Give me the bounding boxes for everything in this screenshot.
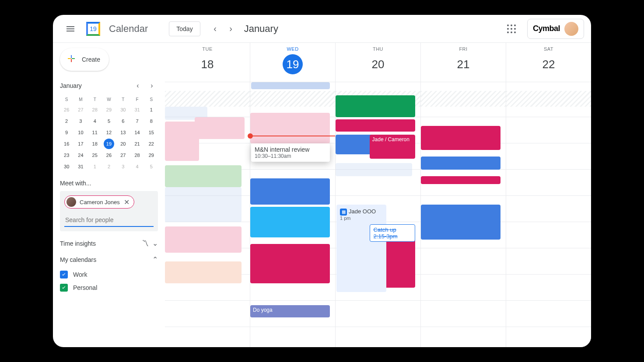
mini-day[interactable]: 31 <box>132 104 143 115</box>
mini-prev-button[interactable]: ‹ <box>132 80 144 92</box>
calendar-event[interactable] <box>195 117 245 139</box>
mini-next-button[interactable]: › <box>146 80 158 92</box>
mini-day[interactable]: 8 <box>146 116 157 126</box>
calendar-event[interactable] <box>165 187 242 222</box>
mini-day[interactable]: 20 <box>118 139 128 149</box>
mini-day[interactable]: 27 <box>118 150 128 160</box>
calendar-event[interactable] <box>421 157 500 170</box>
create-button[interactable]: Create <box>60 48 109 71</box>
mini-day[interactable]: 26 <box>61 104 72 115</box>
grid-column[interactable] <box>165 91 250 347</box>
mini-day[interactable]: 2 <box>104 161 114 172</box>
mini-day[interactable]: 7 <box>132 116 143 126</box>
calendar-event[interactable] <box>421 176 500 184</box>
calendar-event-yoga[interactable]: Do yoga <box>250 305 330 317</box>
mini-day[interactable]: 15 <box>146 127 157 138</box>
grid-column[interactable] <box>506 91 591 347</box>
mini-day[interactable]: 19 <box>104 139 114 149</box>
calendar-checkbox[interactable] <box>60 271 68 278</box>
mini-day[interactable]: 2 <box>61 116 72 126</box>
mini-day[interactable]: 22 <box>146 139 157 149</box>
grid-column[interactable]: M&N internal review10:30–11:30amDo yoga <box>250 91 335 347</box>
mini-day[interactable]: 23 <box>61 150 72 160</box>
calendar-event[interactable] <box>250 244 330 283</box>
main-menu-button[interactable] <box>60 18 81 39</box>
calendar-item[interactable]: Personal <box>60 281 158 294</box>
today-button[interactable]: Today <box>169 21 200 36</box>
day-column-header[interactable]: FRI21 <box>420 43 506 82</box>
chevron-up-icon[interactable]: ⌃ <box>152 255 158 264</box>
allday-cell[interactable] <box>506 82 591 91</box>
calendar-event[interactable] <box>336 119 415 132</box>
calendar-event-jade[interactable]: Jade / Cameron <box>370 135 416 159</box>
mini-day[interactable]: 1 <box>146 104 157 115</box>
mini-day[interactable]: 29 <box>104 104 114 115</box>
calendar-event[interactable] <box>336 163 412 176</box>
day-column-header[interactable]: WED19 <box>250 43 335 82</box>
chip-remove-button[interactable]: ✕ <box>123 198 130 205</box>
calendar-event[interactable] <box>165 122 199 161</box>
mini-day[interactable]: 28 <box>90 104 100 115</box>
person-chip[interactable]: Cameron Jones ✕ <box>64 195 134 209</box>
mini-day[interactable]: 26 <box>104 150 114 160</box>
mini-day[interactable]: 24 <box>75 150 86 160</box>
mini-day[interactable]: 11 <box>90 127 100 138</box>
day-column-header[interactable]: TUE18 <box>165 43 250 82</box>
mini-day[interactable]: 10 <box>75 127 86 138</box>
calendar-event[interactable] <box>165 165 242 187</box>
allday-cell[interactable] <box>165 82 250 91</box>
day-column-header[interactable]: SAT22 <box>506 43 591 82</box>
declined-event[interactable]: Catch up2:15-3pm <box>370 224 416 242</box>
prev-period-button[interactable]: ‹ <box>207 21 223 37</box>
allday-cell[interactable] <box>250 82 335 91</box>
calendar-event[interactable] <box>250 178 330 205</box>
mini-day[interactable]: 6 <box>118 116 128 126</box>
calendar-event[interactable] <box>165 226 242 253</box>
allday-event[interactable] <box>251 82 330 89</box>
mini-day[interactable]: 3 <box>118 161 128 172</box>
time-grid[interactable]: M&N internal review10:30–11:30amDo yogaJ… <box>165 91 591 347</box>
mini-day[interactable]: 28 <box>132 150 143 160</box>
account-switcher[interactable]: Cymbal <box>527 19 584 39</box>
mini-day[interactable]: 3 <box>75 116 86 126</box>
new-event-card[interactable]: M&N internal review10:30–11:30am <box>251 143 330 162</box>
mini-day[interactable]: 18 <box>90 139 100 149</box>
mini-day[interactable]: 12 <box>104 127 114 138</box>
calendar-checkbox[interactable] <box>60 284 68 292</box>
insights-icon[interactable]: 〽 <box>142 240 149 247</box>
mini-calendar[interactable]: SMTWTFS262728293031123456789101112131415… <box>60 95 158 172</box>
mini-day[interactable]: 21 <box>132 139 143 149</box>
google-apps-button[interactable] <box>503 20 520 38</box>
grid-column[interactable] <box>420 91 506 347</box>
mini-day[interactable]: 5 <box>104 116 114 126</box>
chevron-down-icon[interactable]: ⌄ <box>152 239 158 247</box>
mini-day[interactable]: 16 <box>61 139 72 149</box>
mini-day[interactable]: 31 <box>75 161 86 172</box>
mini-day[interactable]: 4 <box>90 116 100 126</box>
calendar-event[interactable] <box>250 207 330 237</box>
mini-day[interactable]: 27 <box>75 104 86 115</box>
mini-day[interactable]: 17 <box>75 139 86 149</box>
mini-day[interactable]: 9 <box>61 127 72 138</box>
calendar-item[interactable]: Work <box>60 268 158 281</box>
allday-cell[interactable] <box>335 82 420 91</box>
mini-day[interactable]: 13 <box>118 127 128 138</box>
calendar-event[interactable] <box>250 113 330 143</box>
allday-cell[interactable] <box>420 82 506 91</box>
calendar-event[interactable] <box>421 205 500 240</box>
mini-day[interactable]: 5 <box>146 161 157 172</box>
calendar-event[interactable] <box>421 126 500 150</box>
mini-day[interactable]: 25 <box>90 150 100 160</box>
mini-day[interactable]: 4 <box>132 161 143 172</box>
next-period-button[interactable]: › <box>223 21 239 37</box>
ooo-event[interactable]: ▦Jade OOO1 pm <box>336 205 386 292</box>
mini-day[interactable]: 30 <box>61 161 72 172</box>
calendar-event[interactable] <box>336 95 415 117</box>
grid-column[interactable]: Jade / Cameron▦Jade OOO1 pmCatch up2:15-… <box>335 91 420 347</box>
mini-day[interactable]: 1 <box>90 161 100 172</box>
calendar-event[interactable] <box>165 261 242 283</box>
day-column-header[interactable]: THU20 <box>335 43 420 82</box>
mini-day[interactable]: 14 <box>132 127 143 138</box>
mini-day[interactable]: 29 <box>146 150 157 160</box>
people-search-input[interactable] <box>64 212 154 227</box>
